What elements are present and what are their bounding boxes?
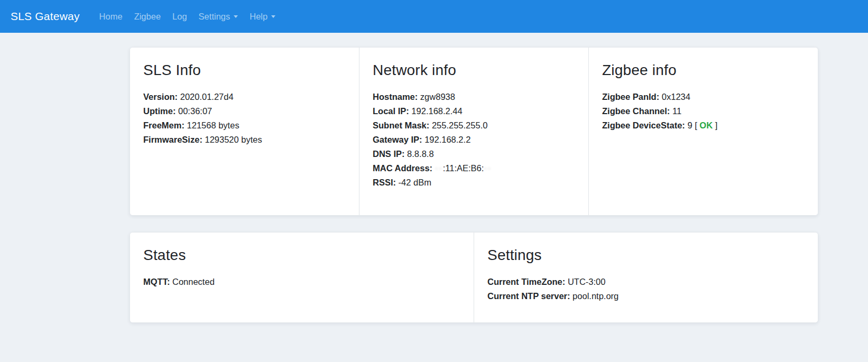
field-label: Hostname: (373, 92, 418, 101)
chevron-down-icon (234, 15, 238, 18)
field-version: Version: 2020.01.27d4 (143, 90, 346, 104)
field-rssi: RSSI: -42 dBm (373, 175, 575, 190)
field-value: Connected (172, 277, 215, 286)
states-title: States (143, 247, 460, 264)
card-settings: Settings Current TimeZone: UTC-3:00 Curr… (474, 233, 818, 322)
nav-list-item: Log (167, 7, 193, 26)
field-hostname: Hostname: zgw8938 (373, 90, 575, 104)
field-mqtt: MQTT: Connected (143, 275, 460, 289)
field-value: 00:36:07 (178, 106, 212, 116)
field-value: 255.255.255.0 (432, 120, 488, 130)
field-firmware-size: FirmwareSize: 1293520 bytes (143, 133, 346, 147)
settings-title: Settings (487, 247, 805, 264)
nav-item-settings-dropdown[interactable]: Settings (193, 7, 244, 26)
navbar: SLS Gateway Home Zigbee Log Settings Hel (0, 0, 868, 33)
info-card-row: SLS Info Version: 2020.01.27d4 Uptime: 0… (130, 47, 818, 216)
nav-item-zigbee[interactable]: Zigbee (128, 7, 167, 26)
field-value: 192.168.2.44 (411, 106, 462, 116)
field-label: FirmwareSize: (143, 135, 202, 144)
field-label: Zigbee Channel: (602, 106, 670, 116)
navbar-menu: Home Zigbee Log Settings Help (94, 7, 282, 26)
nav-list-item: Help (244, 7, 281, 26)
nav-list-item: Settings (193, 7, 244, 26)
field-value: 121568 bytes (187, 120, 239, 130)
field-current-timezone: Current TimeZone: UTC-3:00 (487, 275, 805, 289)
navbar-brand[interactable]: SLS Gateway (11, 10, 80, 23)
nav-item-zigbee-label: Zigbee (134, 12, 161, 22)
devicestate-suffix: ] (713, 120, 717, 130)
mac-visible-part: :11:AE:B6: (443, 163, 484, 173)
nav-item-help-label: Help (250, 12, 267, 22)
chevron-down-icon (271, 15, 275, 18)
field-gateway-ip: Gateway IP: 192.168.2.2 (373, 133, 575, 147)
nav-item-settings-label: Settings (199, 12, 230, 22)
field-value: -42 dBm (399, 178, 431, 187)
field-dns-ip: DNS IP: 8.8.8.8 (373, 147, 575, 161)
field-label: FreeMem: (143, 120, 184, 130)
field-zigbee-channel: Zigbee Channel: 11 (602, 104, 805, 118)
field-label: Gateway IP: (373, 135, 422, 144)
field-label: Version: (143, 92, 178, 101)
field-label: Subnet Mask: (373, 120, 429, 130)
field-value: 0x1234 (662, 92, 690, 101)
nav-item-home-label: Home (99, 12, 123, 22)
field-freemem: FreeMem: 121568 bytes (143, 118, 346, 133)
nav-item-log-label: Log (172, 12, 187, 22)
field-value: UTC-3:00 (568, 277, 606, 286)
nav-item-home[interactable]: Home (94, 7, 128, 26)
field-label: MAC Address: (373, 163, 432, 173)
field-subnet-mask: Subnet Mask: 255.255.255.0 (373, 118, 575, 133)
field-value: 1293520 bytes (205, 135, 262, 144)
nav-item-log[interactable]: Log (167, 7, 193, 26)
field-label: Zigbee PanId: (602, 92, 659, 101)
field-value: zgw8938 (420, 92, 455, 101)
field-label: Current NTP server: (487, 291, 570, 301)
field-current-ntp-server: Current NTP server: pool.ntp.org (487, 289, 805, 303)
field-label: Uptime: (143, 106, 176, 116)
field-label: Zigbee DeviceState: (602, 120, 685, 130)
card-sls-info: SLS Info Version: 2020.01.27d4 Uptime: 0… (130, 48, 359, 215)
nav-list-item: Zigbee (128, 7, 167, 26)
field-value: 192.168.2.2 (424, 135, 470, 144)
field-mac-address: MAC Address: ··:11:AE:B6:·· (373, 161, 575, 175)
field-value: 2020.01.27d4 (180, 92, 234, 101)
field-value: 11 (672, 106, 681, 116)
network-info-title: Network info (373, 62, 575, 79)
field-zigbee-panid: Zigbee PanId: 0x1234 (602, 90, 805, 104)
main-content: SLS Info Version: 2020.01.27d4 Uptime: 0… (130, 47, 818, 323)
field-label: DNS IP: (373, 149, 405, 159)
devicestate-value: 9 [ (687, 120, 699, 130)
field-uptime: Uptime: 00:36:07 (143, 104, 346, 118)
field-local-ip: Local IP: 192.168.2.44 (373, 104, 575, 118)
card-network-info: Network info Hostname: zgw8938 Local IP:… (359, 48, 589, 215)
field-label: MQTT: (143, 277, 170, 286)
sls-info-title: SLS Info (143, 62, 346, 79)
field-label: Local IP: (373, 106, 409, 116)
status-badge-ok: OK (699, 120, 713, 130)
mac-redacted-prefix: ·· (435, 163, 443, 173)
card-states: States MQTT: Connected (130, 233, 474, 322)
mac-redacted-suffix: ·· (484, 163, 492, 173)
zigbee-info-title: Zigbee info (602, 62, 805, 79)
card-zigbee-info: Zigbee info Zigbee PanId: 0x1234 Zigbee … (589, 48, 818, 215)
nav-list-item: Home (94, 7, 128, 26)
status-card-row: States MQTT: Connected Settings Current … (130, 232, 818, 323)
field-zigbee-devicestate: Zigbee DeviceState: 9 [ OK ] (602, 118, 805, 133)
field-value: 8.8.8.8 (407, 149, 433, 159)
nav-item-help-dropdown[interactable]: Help (244, 7, 281, 26)
field-label: RSSI: (373, 178, 396, 187)
field-label: Current TimeZone: (487, 277, 565, 286)
field-value: pool.ntp.org (572, 291, 618, 301)
